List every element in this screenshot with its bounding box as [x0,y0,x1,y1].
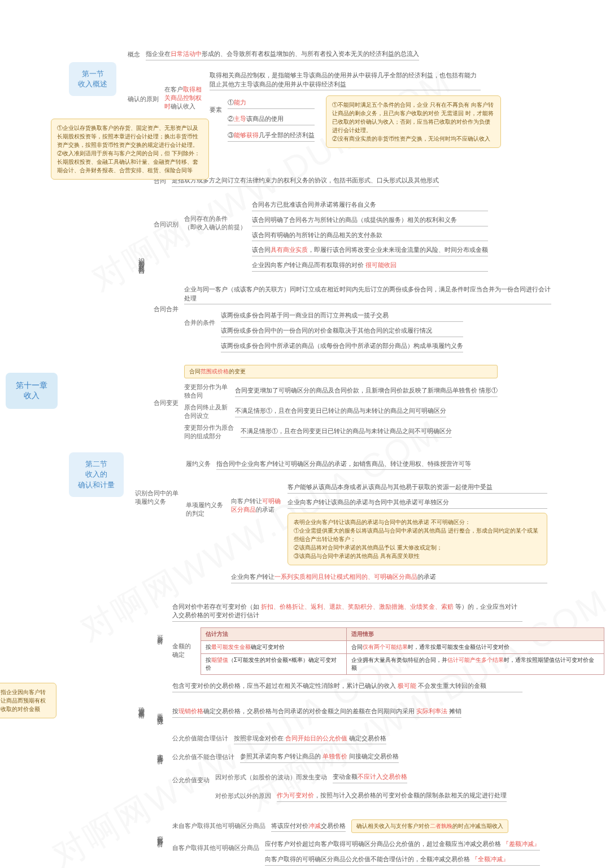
var-amt-label: 金额的确定 [172,642,195,659]
pay1-hl: 确认相关收入与支付客户对价二者孰晚的时点冲减当期收入 [351,819,508,833]
var-table: 估计方法适用情形 按最可能发生金额确定可变对价合同仅有两个可能结果时，通常按最可… [201,627,604,675]
var-label: 可变对价 [154,628,167,637]
single-label: 单项履约义务的判定 [186,501,225,518]
ch1: 合同变更增加了可明确区分的商品及合同价款，且新增合同价款反映了新增商品单独售价 … [235,385,498,397]
merge-label: 合同合并 [154,305,178,313]
element2: ②主导该商品的使用 [228,114,315,125]
ch3-label: 变更部分作为原合同的组成部分 [184,424,235,440]
tbl-r1c2: 合同仅有两个可能结果时，通常按最可能发生金额估计可变对价 [347,641,604,654]
fin-text: 按现销价格确定交易价格，交易价格与合同承诺的对价金额之间的差额在合同期间内采用 … [172,706,461,718]
pay1: 将该应付对价冲减交易价格 [271,821,346,832]
var-limit: 包含可变对价的交易价格，应当不超过在相关不确定性消除时，累计已确认的收入 极可能… [172,681,522,692]
ch3: 不满足情形①，且在合同变更日已转让的商品与未转让商品之间不可明确区分 [241,426,452,438]
merge-cond-label: 合并的条件 [184,319,215,327]
root-node: 第十一章 收入 [6,373,58,409]
rc3: 该合同有明确的与所转让的商品相关的支付条款 [252,230,488,242]
tbl-r2c1: 按期望值（Σ可能发生的对价金额×概率）确定可变对价 [201,654,347,675]
nc3b-label: 对价形式以外的原因 [215,792,271,800]
tbl-r2c2: 企业拥有大量具有类似特征的合同，并估计可能产生多个结果时，通常按照期望值估计可变… [347,654,604,675]
mc1: 该两份或多份合同基于同一商业目的而订立并构成一揽子交易 [221,310,463,322]
tbl-r1c1: 按最可能发生金额确定可变对价 [201,641,347,654]
b2-label: 识别合同中的单项履约义务 [135,489,180,506]
nc1: 按照非现金对价在 合同开始日的公允价值 确定交易价格 [234,733,386,745]
b3-side: 指企业因向客户转让商品而预期有权收取的对价金额 [0,683,56,718]
mc2: 该两份或多份合同中的一份合同的对价金额取决于其他合同的定价或履行情况 [221,325,463,337]
pay2b: 向客户取得的可明确区分商品公允价值不能合理估计的，全额冲减交易价格 『全额冲减』 [265,854,540,866]
nc3a: 变动金额不应计入交易价格 [333,771,407,783]
concept-text: 指企业在日常活动中形成的、会导致所有者权益增加的、与所有者投入资本无关的经济利益… [146,49,419,60]
ctrl-def: 取得相关商品控制权，是指能够主导该商品的使用并从中获得几乎全部的经济利益，也包括… [210,70,481,91]
element1: ①能力 [228,97,315,109]
rc1: 合同各方已批准该合同并承诺将履行各自义务 [252,199,488,211]
rc4: 该合同具有商业实质，即履行该合同将改变企业未来现金流量的风险、时间分布或金额 [252,245,488,256]
fin-label: 重大融资成分 [154,706,167,717]
nc2-label: 公允价值不能合理估计 [172,753,234,761]
single-to: 向客户转让可明确区分商品的承诺 [231,497,282,514]
ch2-label: 原合同终止及新合同设立 [184,403,229,420]
section1-node: 第一节 收入概述 [69,62,116,96]
perf-def: 指合同中企业向客户转让可明确区分商品的承诺，如销售商品、转让使用权、特殊授营许可… [216,459,471,470]
when-label: 在客户取得相关商品控制权时确认收入 [164,85,204,111]
nc3a-label: 因对价形式（如股价的波动）而发生变动 [215,773,327,782]
pay2-label: 自客户取得其他可明确区分商品 [172,844,259,852]
series: 企业向客户转让一系列实质相同且转让模式相同的、可明确区分商品的承诺 [231,572,547,583]
noncash-label: 非现金对价 [154,747,167,757]
pay-label: 应付客户对价 [154,828,167,840]
pay1-label: 未自客户取得其他可明确区分商品 [172,822,265,830]
var-intro: 合同对价中若存在可变对价（如 折扣、价格折让、返利、退款、奖励积分、激励措施、业… [172,601,522,622]
sg2: 企业向客户转让该商品的承诺与合同中其他承诺可单独区分 [287,497,547,509]
tbl-h1: 估计方法 [201,628,347,641]
principle-label: 确认的原则 [128,95,159,103]
contract-def: 是指双方或多方之间订立有法律约束力的权利义务的协议，包括书面形式、口头形式以及其… [172,175,439,187]
callout-right: ①不能同时满足五个条件的合同，企业 只有在不再负有 向客户转让商品的剩余义务，且… [326,95,501,148]
ch2: 不满足情形①，且在合同变更日已转让的商品与未转让的商品之间可明确区分 [235,405,446,417]
nc3b: 作为可变对价，按照与计入交易价格的可变对价金额的限制条款相关的规定进行处理 [277,790,507,802]
rec-label: 合同识别 [154,220,178,229]
nc1-label: 公允价值能合理估计 [172,734,228,743]
rc5: 企业因向客户转让商品而有权取得的对价 很可能收回 [252,260,488,272]
nc2: 参照其承诺向客户转让商品的 单独售价 间接确定交易价格 [240,751,399,763]
sg-callout: 表明企业向客户转让该商品的承诺与合同中的其他承诺 不可明确区分： ①企业需提供重… [287,513,547,565]
callout-left: ①企业以存货换取客户的存货、固定资产、无形资产以及长期股权投资等，按照本章进行会… [51,119,209,180]
b1-label: 识别与客户订立的合同 [135,251,148,267]
concept-label: 概念 [128,50,140,59]
element3: ③能够获得几乎全部的经济利益 [228,130,315,142]
perf-label: 履约义务 [186,460,211,468]
sg1: 客户能够从该商品本身或者从该商品与其他易于获取的资源一起使用中受益 [287,482,547,494]
section2-node: 第二节 收入的 确认和计量 [69,452,124,497]
nc3-label: 公允价值变动 [172,776,210,784]
tbl-h2: 适用情形 [347,628,604,641]
ch1-label: 变更部分作为单独合同 [184,383,229,400]
merge-intro: 企业与同一客户（或该客户的关联方）同时订立或在相近时间内先后订立的两份或多份合同… [184,284,551,305]
pay2a: 应付客户对价超过向客户取得可明确区分商品公允价值的，超过金额应当冲减交易价格 『… [265,839,540,850]
change-highlight: 合同范围或价格的变更 [184,365,498,378]
rec-cond-label: 合同存在的条件 （即收入确认的前提） [184,215,246,232]
mc3: 该两份或多份合同中所承诺的商品（或每份合同中所承诺的部分商品）构成单项履约义务 [221,341,463,352]
elements-label: 要素 [210,106,222,114]
change-label: 合同变更 [154,399,178,407]
rc2: 该合同明确了合同各方与所转让的商品（或提供的服务）相关的权利和义务 [252,215,488,226]
b3-label: 确定交易价格 [135,700,148,711]
